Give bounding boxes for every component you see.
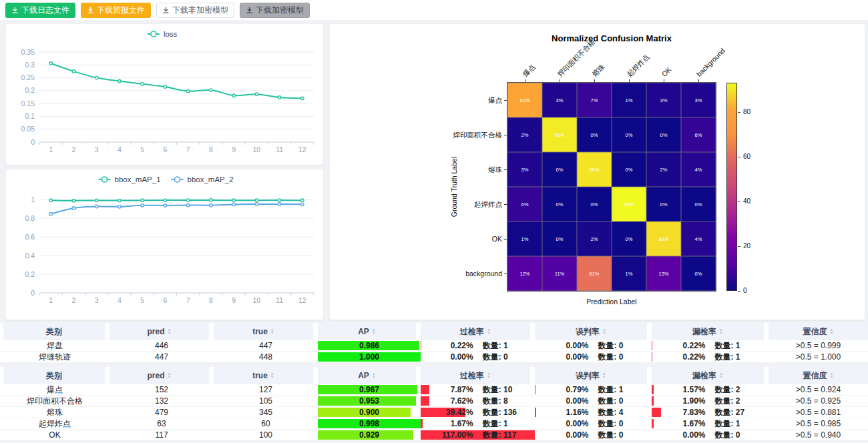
colorbar-tick-label: 80 <box>743 109 750 115</box>
data-point <box>141 199 144 201</box>
matrix-cell: 81% <box>507 83 542 117</box>
misjudge-cell: 0.00%数量: 0 <box>535 340 652 351</box>
miss-percent: 1.57% <box>652 385 706 394</box>
legend-bbox_mAP_2[interactable]: bbox_mAP_2 <box>172 175 234 183</box>
colorbar-tick-label: 40 <box>743 198 750 205</box>
true-value: 448 <box>259 352 272 362</box>
col-header-miss[interactable]: 漏检率▲▼ <box>652 323 769 340</box>
data-point <box>118 199 121 201</box>
axis-tick <box>594 79 595 82</box>
miss-cell: 1.67%数量: 1 <box>652 418 769 429</box>
x-axis-tick-label: 12 <box>298 296 306 304</box>
x-axis-tick-label: 1 <box>49 296 53 304</box>
colorbar-tick <box>738 246 740 247</box>
pred-value: 446 <box>155 341 168 350</box>
miss-count: 数量: 1 <box>706 340 769 352</box>
sort-carets-icon[interactable]: ▲▼ <box>372 328 376 335</box>
table-row: 起焊炸点63600.9981.67%数量: 10.00%数量: 01.67%数量… <box>0 418 868 430</box>
col-header-overdetect[interactable]: 过检率▲▼ <box>421 367 535 384</box>
download-report-button[interactable]: 下载简报文件 <box>81 3 151 18</box>
matrix-cell: 0% <box>681 256 716 291</box>
pred-cell: 447 <box>110 352 214 362</box>
sort-carets-icon[interactable]: ▲▼ <box>372 372 376 379</box>
x-axis-tick-label: 11 <box>276 296 283 304</box>
col-header-pred[interactable]: pred▲▼ <box>110 323 214 340</box>
table-header: 类别pred▲▼true▲▼AP▲▼过检率▲▼误判率▲▼漏检率▲▼置信度▲▼ <box>0 367 868 384</box>
x-axis-tick-label: 2 <box>71 296 75 304</box>
pred-cell: 63 <box>110 418 214 429</box>
col-header-true[interactable]: true▲▼ <box>214 323 318 340</box>
x-axis-tick-label: 10 <box>253 296 261 304</box>
col-header-overdetect[interactable]: 过检率▲▼ <box>421 323 535 340</box>
category-label: OK <box>49 430 60 440</box>
data-point <box>255 203 258 205</box>
misjudge-count: 数量: 0 <box>589 340 652 352</box>
metrics-tables: 类别pred▲▼true▲▼AP▲▼过检率▲▼误判率▲▼漏检率▲▼置信度▲▼焊盘… <box>0 323 868 441</box>
data-point <box>210 203 212 206</box>
y-axis-tick-label: 0.25 <box>21 73 35 81</box>
overdetect-cell: 117.00%数量: 117 <box>421 430 535 440</box>
col-header-miss[interactable]: 漏检率▲▼ <box>652 367 769 384</box>
data-point <box>49 199 52 201</box>
sort-carets-icon[interactable]: ▲▼ <box>602 328 606 335</box>
download-log-button[interactable]: 下载日志文件 <box>5 3 75 18</box>
sort-carets-icon[interactable]: ▲▼ <box>487 328 491 335</box>
col-header-misjudge[interactable]: 误判率▲▼ <box>535 323 652 340</box>
category-label: 起焊炸点 <box>39 418 71 430</box>
sort-carets-icon[interactable]: ▲▼ <box>830 372 834 379</box>
confidence-cell: >0.5 = 0.940 <box>769 430 868 440</box>
overdetect-cell: 7.87%数量: 10 <box>421 384 535 395</box>
matrix-col-label: background <box>695 47 726 78</box>
col-header-confidence[interactable]: 置信度▲▼ <box>769 323 868 340</box>
sort-carets-icon[interactable]: ▲▼ <box>270 372 274 379</box>
matrix-col-label: 爆点 <box>521 63 537 78</box>
col-header-true[interactable]: true▲▼ <box>214 367 318 384</box>
col-header-confidence[interactable]: 置信度▲▼ <box>769 367 868 384</box>
ap-value: 0.998 <box>359 419 379 428</box>
miss-percent: 1.67% <box>652 419 706 428</box>
col-header-ap[interactable]: AP▲▼ <box>318 323 421 340</box>
pred-value: 479 <box>155 408 168 417</box>
y-axis-tick-label: 0.6 <box>25 233 35 241</box>
data-point <box>232 203 235 205</box>
col-header-ap[interactable]: AP▲▼ <box>318 367 421 384</box>
y-axis-tick-label: 0.05 <box>21 125 35 133</box>
sort-carets-icon[interactable]: ▲▼ <box>168 372 172 379</box>
x-axis-tick-label: 10 <box>253 145 261 153</box>
colorbar-tick <box>738 112 740 113</box>
ap-value: 0.953 <box>359 396 379 406</box>
sort-carets-icon[interactable]: ▲▼ <box>487 372 491 379</box>
x-axis-tick-label: 7 <box>186 296 190 304</box>
download-plain-model-button[interactable]: 下载非加密模型 <box>156 3 234 18</box>
misjudge-cell: 0.00%数量: 0 <box>535 352 652 362</box>
col-header-pred[interactable]: pred▲▼ <box>110 367 214 384</box>
download-encrypted-model-button[interactable]: 下载加密模型 <box>240 3 310 18</box>
matrix-row-label: background <box>415 270 502 278</box>
y-axis-tick-label: 0.8 <box>25 214 35 222</box>
axis-tick <box>504 100 507 101</box>
legend-loss[interactable]: loss <box>148 30 178 38</box>
matrix-row-label: 起焊炸点 <box>415 200 502 208</box>
charts-column: 00.050.10.150.20.250.30.3512345678910111… <box>5 23 324 320</box>
x-axis-tick-label: 11 <box>276 145 283 153</box>
sort-carets-icon[interactable]: ▲▼ <box>719 372 723 379</box>
matrix-cell: 4% <box>681 222 716 256</box>
true-cell: 60 <box>214 418 318 429</box>
misjudge-cell: 0.00%数量: 0 <box>535 396 652 406</box>
miss-percent: 0.22% <box>652 341 706 350</box>
confidence-value: >0.5 = 0.881 <box>796 408 841 417</box>
overdetect-count: 数量: 136 <box>473 407 535 418</box>
pred-cell: 446 <box>110 340 214 351</box>
legend-bbox_mAP_1[interactable]: bbox_mAP_1 <box>99 175 161 183</box>
colorbar-tick <box>738 201 740 202</box>
sort-carets-icon[interactable]: ▲▼ <box>270 328 274 335</box>
sort-carets-icon[interactable]: ▲▼ <box>830 328 834 335</box>
matrix-row-label: OK <box>415 235 502 243</box>
col-header-misjudge[interactable]: 误判率▲▼ <box>535 367 652 384</box>
sort-carets-icon[interactable]: ▲▼ <box>719 328 723 335</box>
sort-carets-icon[interactable]: ▲▼ <box>602 372 606 379</box>
confidence-value: >0.5 = 0.985 <box>796 419 841 428</box>
matrix-cell: 61% <box>577 256 612 291</box>
data-point <box>278 199 280 201</box>
sort-carets-icon[interactable]: ▲▼ <box>168 328 172 335</box>
